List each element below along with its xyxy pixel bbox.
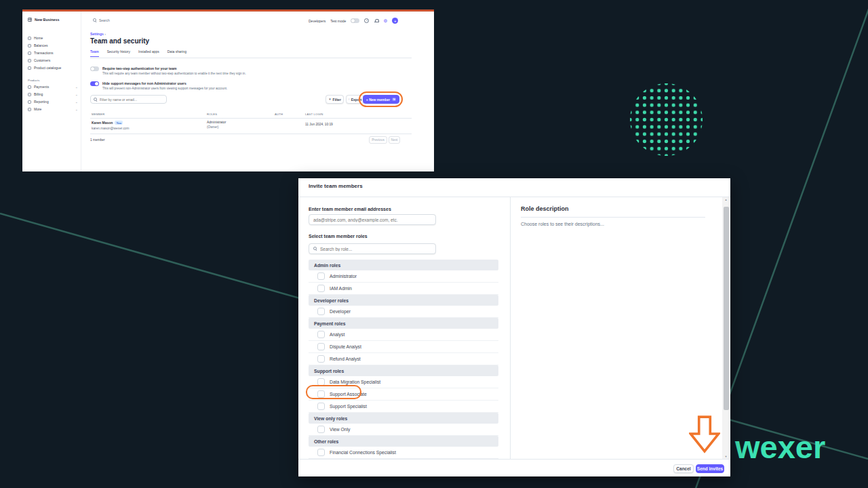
checkbox-icon[interactable] [317, 343, 325, 350]
help-icon[interactable]: ? [364, 18, 369, 23]
member-filter-input[interactable] [100, 98, 163, 102]
export-icon: ↑ [348, 98, 349, 101]
sidebar-item-reporting[interactable]: Reporting⌄ [28, 98, 78, 106]
section-other-roles: Other roles [309, 436, 498, 447]
section-developer-roles: Developer roles [309, 295, 498, 306]
tab-team[interactable]: Team [90, 49, 99, 57]
roles-label: Select team member roles [309, 234, 368, 239]
checkbox-icon[interactable] [317, 285, 325, 292]
breadcrumb[interactable]: Settings › [90, 32, 106, 36]
tab-data-sharing[interactable]: Data sharing [167, 49, 186, 57]
checkbox-icon[interactable] [317, 355, 325, 363]
settings-tabs: Team Security history Installed apps Dat… [90, 49, 186, 57]
sidebar-item-more[interactable]: More⌄ [28, 106, 78, 113]
browser-accent-bar [22, 9, 434, 12]
scroll-up-icon[interactable]: ▲ [722, 198, 730, 201]
checkbox-icon[interactable] [317, 403, 325, 410]
scroll-down-icon[interactable]: ▼ [722, 455, 730, 458]
role-option-dispute-analyst[interactable]: Dispute Analyst [309, 341, 498, 353]
hide-support-messages-setting: Hide support messages for non Administra… [90, 81, 227, 90]
page-title: Team and security [90, 37, 149, 45]
member-count: 1 member [90, 138, 105, 142]
checkbox-icon[interactable] [317, 272, 325, 280]
previous-button[interactable]: Previous [369, 136, 387, 144]
column-header-auth: AUTH [275, 113, 283, 116]
chevron-down-icon: ⌄ [75, 93, 78, 96]
create-menu-avatar[interactable]: + [392, 18, 398, 24]
cancel-button[interactable]: Cancel [673, 464, 694, 473]
member-role-sub: (Owner) [207, 125, 218, 129]
bell-icon[interactable] [374, 18, 378, 23]
role-search-field[interactable] [309, 243, 436, 254]
role-option-administrator[interactable]: Administrator [309, 270, 498, 283]
send-invites-button[interactable]: Send invites [696, 464, 724, 473]
balances-icon [28, 44, 31, 47]
role-option-financial-connections-specialist[interactable]: Financial Connections Specialist [309, 447, 498, 459]
role-description-empty-text: Choose roles to see their descriptions..… [521, 222, 604, 226]
member-name[interactable]: Karen MasonYou [92, 121, 123, 125]
grid-icon [28, 18, 32, 22]
developers-link[interactable]: Developers [309, 19, 326, 23]
two-step-auth-toggle[interactable] [90, 66, 99, 71]
email-field[interactable] [309, 214, 436, 225]
role-search-input[interactable] [320, 247, 431, 251]
sidebar-item-home[interactable]: Home [28, 35, 78, 42]
column-header-last-login: LAST LOGIN [305, 113, 323, 116]
section-view-only-roles: View only roles [309, 413, 498, 424]
sidebar-section-label: Products [28, 77, 78, 83]
email-label: Enter team member email addresses [309, 207, 391, 211]
two-step-auth-setting: Require two-step authentication for your… [90, 66, 246, 75]
sidebar-item-customers[interactable]: Customers [28, 57, 78, 64]
checkbox-icon[interactable] [317, 449, 325, 456]
modal-title: Invite team members [309, 183, 363, 189]
topbar-actions: Developers Test mode ? ⚙ + [309, 18, 398, 24]
setting-label: Require two-step authentication for your… [102, 66, 246, 70]
sidebar: New Business Home Balances Transactions … [22, 12, 81, 172]
global-search[interactable]: Search [93, 18, 110, 22]
account-switcher[interactable]: New Business [28, 18, 60, 22]
modal-scrollbar[interactable]: ▲ ▼ [722, 197, 730, 459]
hide-support-messages-toggle[interactable] [90, 81, 99, 86]
test-mode-toggle[interactable] [351, 18, 359, 23]
next-button[interactable]: Next [389, 136, 400, 144]
gear-icon[interactable]: ⚙ [383, 18, 387, 23]
test-mode-label: Test mode [330, 19, 346, 23]
table-divider [90, 118, 412, 119]
wexer-logo: wexer [735, 431, 825, 463]
role-option-developer[interactable]: Developer [309, 306, 498, 318]
role-option-support-specialist[interactable]: Support Specialist [309, 401, 498, 413]
role-option-refund-analyst[interactable]: Refund Analyst [309, 353, 498, 365]
sidebar-item-transactions[interactable]: Transactions [28, 49, 78, 57]
highlight-ring-developer [306, 385, 361, 399]
member-filter-field[interactable] [90, 95, 167, 104]
member-last-login: 11 Jun 2024, 10:19 [305, 123, 333, 126]
highlight-ring-new-member [359, 92, 403, 107]
role-option-view-only[interactable]: View Only [309, 424, 498, 436]
transactions-icon [28, 52, 31, 55]
member-email: karen.mason@wexer.com [92, 127, 130, 130]
email-input[interactable] [313, 218, 431, 222]
sidebar-nav: Home Balances Transactions Customers Pro… [28, 35, 78, 113]
checkbox-icon[interactable] [317, 331, 325, 338]
scrollbar-thumb[interactable] [724, 207, 729, 410]
tab-security-history[interactable]: Security history [107, 49, 130, 57]
tab-installed-apps[interactable]: Installed apps [138, 49, 159, 57]
role-option-analyst[interactable]: Analyst [309, 329, 498, 341]
sidebar-item-balances[interactable]: Balances [28, 42, 78, 49]
chevron-down-icon: ⌄ [75, 100, 78, 104]
breadcrumb-caret: › [104, 32, 106, 36]
filter-icon: ▼ [328, 98, 331, 101]
checkbox-icon[interactable] [317, 308, 325, 315]
customers-icon [28, 59, 31, 62]
slide-canvas: wexer New Business Home Balances Transac… [0, 0, 868, 488]
sidebar-item-product-catalogue[interactable]: Product catalogue [28, 64, 78, 72]
sidebar-item-billing[interactable]: Billing⌄ [28, 91, 78, 98]
sidebar-item-payments[interactable]: Payments⌄ [28, 83, 78, 91]
modal-title-divider [298, 197, 730, 197]
filter-button[interactable]: ▼Filter [326, 95, 344, 104]
more-icon [28, 108, 31, 111]
checkbox-icon[interactable] [317, 426, 325, 433]
role-option-iam-admin[interactable]: IAM Admin [309, 283, 498, 295]
role-description-divider [521, 217, 705, 218]
modal-footer: Cancel Send invites [298, 459, 730, 476]
